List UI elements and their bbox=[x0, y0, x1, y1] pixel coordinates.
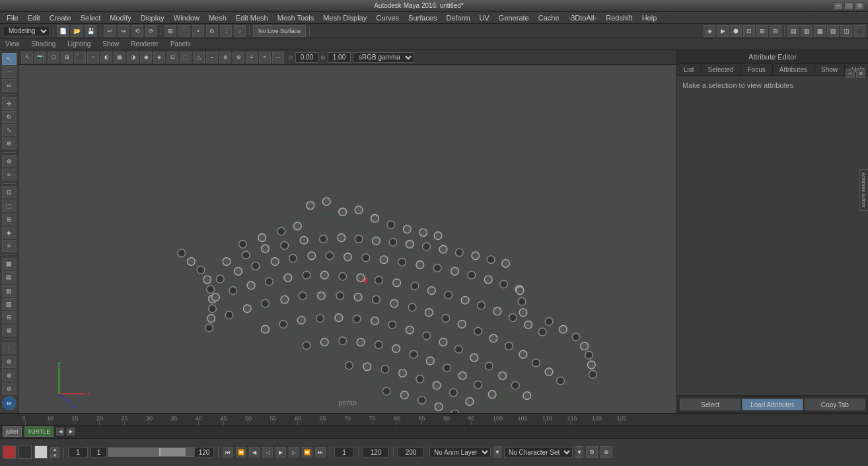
layout-btn2[interactable]: ▤ bbox=[2, 271, 17, 283]
prev-frame-btn[interactable]: ◀ bbox=[249, 447, 260, 457]
vp-ao-btn[interactable]: ◉ bbox=[140, 52, 152, 63]
char-set-select[interactable]: No Character Set bbox=[504, 447, 573, 457]
vp-grid-btn[interactable]: ⊞ bbox=[61, 52, 73, 63]
menu-mesh-tools[interactable]: Mesh Tools bbox=[273, 13, 318, 22]
menu-deform[interactable]: Deform bbox=[442, 13, 474, 22]
misc-btn4[interactable]: ⊘ bbox=[2, 383, 17, 395]
next-key-btn[interactable]: ⏩ bbox=[302, 447, 312, 457]
vp-iso-btn[interactable]: ⊡ bbox=[166, 52, 178, 63]
extra-btn[interactable]: ⊕ bbox=[600, 446, 612, 458]
menu-display[interactable]: Display bbox=[137, 13, 168, 22]
char-set-arrow[interactable]: ▼ bbox=[575, 446, 583, 458]
vp-bb-btn[interactable]: ⬚ bbox=[180, 52, 192, 63]
layout-btn1[interactable]: ▦ bbox=[2, 258, 17, 270]
view-menu[interactable]: View bbox=[3, 40, 22, 48]
no-live-surface-btn[interactable]: No Live Surface bbox=[253, 25, 306, 37]
snap-view-btn[interactable]: ⊙ bbox=[206, 25, 218, 37]
undo2-btn[interactable]: ⟲ bbox=[131, 25, 143, 37]
vp-extra2[interactable]: ≡ bbox=[246, 52, 258, 63]
track-name[interactable]: juliet bbox=[3, 426, 22, 437]
attr-tab-attributes[interactable]: Attributes bbox=[773, 64, 814, 75]
vp-vp-btn[interactable]: ⊗ bbox=[219, 52, 231, 63]
copy-tab-btn[interactable]: Copy Tab bbox=[805, 399, 865, 410]
ipr-btn[interactable]: ⬢ bbox=[730, 25, 742, 37]
soft-mod-tool[interactable]: ⊛ bbox=[2, 155, 17, 167]
layout1-btn[interactable]: ▤ bbox=[787, 25, 799, 37]
save-btn[interactable]: 💾 bbox=[85, 25, 96, 37]
frame-input2[interactable] bbox=[334, 447, 354, 457]
minimize-button[interactable]: ─ bbox=[834, 2, 843, 10]
maya-icon[interactable]: M bbox=[2, 396, 17, 410]
snap-curve-btn[interactable]: ⌒ bbox=[178, 25, 190, 37]
color-swatch-dark[interactable] bbox=[18, 446, 32, 459]
play-fwd-btn[interactable]: ▶ bbox=[275, 447, 286, 457]
panels-menu[interactable]: Panels bbox=[168, 40, 194, 48]
attr-close-btn[interactable]: ✕ bbox=[856, 69, 865, 78]
attr-tab-show[interactable]: Show bbox=[814, 64, 845, 75]
vp-wire2-btn[interactable]: △ bbox=[193, 52, 205, 63]
color-swatch-white[interactable] bbox=[34, 446, 48, 459]
snap-point-btn[interactable]: • bbox=[192, 25, 204, 37]
viewport-layout-btn[interactable]: ⊟ bbox=[770, 25, 781, 37]
vp-val1-input[interactable] bbox=[295, 52, 318, 63]
total-frames-input[interactable] bbox=[398, 447, 424, 457]
menu-file[interactable]: File bbox=[3, 13, 22, 22]
make-live-btn[interactable]: ○ bbox=[234, 25, 246, 37]
select-tool[interactable]: ↖ bbox=[2, 53, 17, 65]
show-render-btn[interactable]: ⊡ bbox=[743, 25, 755, 37]
menu-redshift[interactable]: Redshift bbox=[602, 13, 636, 22]
timeline-ruler[interactable]: 5101520253035404550556065707580859095100… bbox=[0, 414, 868, 426]
menu-edit[interactable]: Edit bbox=[24, 13, 44, 22]
menu-mesh-display[interactable]: Mesh Display bbox=[319, 13, 371, 22]
layout3-btn[interactable]: ▦ bbox=[814, 25, 826, 37]
play-back-btn[interactable]: ◁ bbox=[262, 447, 273, 457]
track-prev-btn[interactable]: ◀ bbox=[56, 428, 64, 436]
misc-btn1[interactable]: ⋮ bbox=[2, 342, 17, 354]
attr-collapse-btn[interactable]: ─ bbox=[846, 69, 855, 78]
layout-btn4[interactable]: ▧ bbox=[2, 298, 17, 310]
redo-btn[interactable]: ↪ bbox=[118, 25, 129, 37]
misc-btn2[interactable]: ⊕ bbox=[2, 356, 17, 368]
shading-menu[interactable]: Shading bbox=[29, 40, 59, 48]
menu---dtoall-[interactable]: -3DtoAll- bbox=[565, 13, 601, 22]
maximize-button[interactable]: □ bbox=[844, 2, 853, 10]
snap-btn5[interactable]: ≡ bbox=[2, 240, 17, 252]
snap-btn1[interactable]: ⊡ bbox=[2, 186, 17, 198]
vp-extra3[interactable]: ≈ bbox=[259, 52, 271, 63]
attribute-editor-side-tab[interactable]: Attribute Editor bbox=[859, 169, 868, 211]
vp-extra1[interactable]: ⊛ bbox=[233, 52, 244, 63]
render-settings-btn[interactable]: ◈ bbox=[704, 25, 715, 37]
skip-start-btn[interactable]: ⏮ bbox=[223, 447, 233, 457]
turtle-track[interactable]: TURTLE bbox=[24, 426, 54, 437]
lighting-menu[interactable]: Lighting bbox=[65, 40, 93, 48]
playback-range-bar[interactable] bbox=[108, 447, 194, 457]
lasso-tool[interactable]: ⋯ bbox=[2, 66, 17, 78]
vp-wire-btn[interactable]: ⬛ bbox=[74, 52, 86, 63]
skip-end-btn[interactable]: ⏭ bbox=[315, 447, 326, 457]
anim-layer-arrow[interactable]: ▼ bbox=[493, 446, 501, 458]
new-file-btn[interactable]: 📄 bbox=[57, 25, 69, 37]
menu-select[interactable]: Select bbox=[77, 13, 105, 22]
viewport[interactable]: x y z persp bbox=[18, 65, 676, 413]
vp-val2-input[interactable] bbox=[328, 52, 351, 63]
vp-smooth-btn[interactable]: ○ bbox=[87, 52, 99, 63]
open-file-btn[interactable]: 📂 bbox=[71, 25, 83, 37]
current-frame-input[interactable] bbox=[68, 447, 88, 457]
maya-3d-viewport[interactable]: x y z persp bbox=[18, 65, 676, 413]
renderer-menu[interactable]: Renderer bbox=[128, 40, 161, 48]
snap-btn4[interactable]: ◈ bbox=[2, 227, 17, 239]
menu-mesh[interactable]: Mesh bbox=[205, 13, 231, 22]
menu-generate[interactable]: Generate bbox=[495, 13, 533, 22]
vp-film-btn[interactable]: ⬡ bbox=[48, 52, 59, 63]
close-button[interactable]: ✕ bbox=[855, 2, 864, 10]
snap-all-btn[interactable]: ⋮ bbox=[220, 25, 232, 37]
end-frame-input[interactable] bbox=[363, 447, 389, 457]
layout-btn6[interactable]: ⊠ bbox=[2, 325, 17, 336]
render-btn[interactable]: ▶ bbox=[717, 25, 729, 37]
layout-btn5[interactable]: ⊟ bbox=[2, 311, 17, 323]
vp-select-btn[interactable]: ↖ bbox=[21, 52, 33, 63]
timeline-track[interactable]: juliet TURTLE ◀ ▶ bbox=[0, 426, 868, 439]
vp-lit-btn[interactable]: ◐ bbox=[100, 52, 112, 63]
layout4-btn[interactable]: ▧ bbox=[827, 25, 839, 37]
misc-btn3[interactable]: ⊗ bbox=[2, 369, 17, 381]
